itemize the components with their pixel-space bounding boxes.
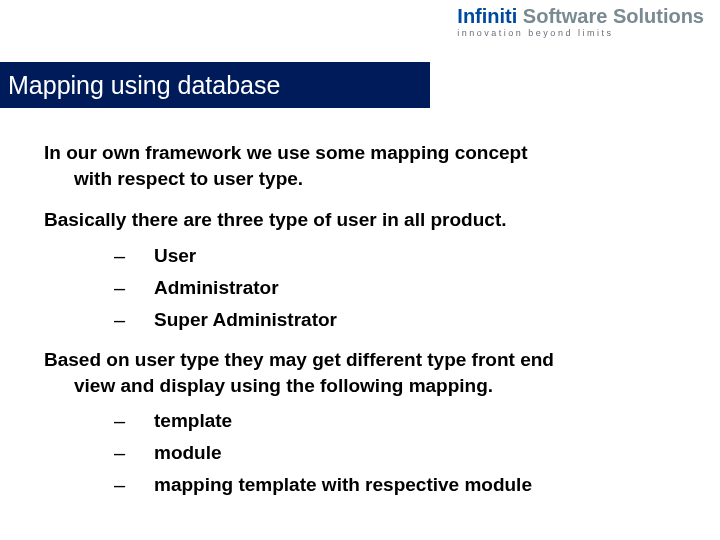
list-item: – module — [44, 440, 680, 466]
list-item-label: mapping template with respective module — [154, 472, 680, 498]
title-bar: Mapping using database — [0, 62, 430, 108]
text-line: with respect to user type. — [44, 166, 680, 192]
dash-icon: – — [114, 472, 154, 498]
list-mapping: – template – module – mapping template w… — [44, 408, 680, 498]
logo-brand-prefix: Infiniti — [457, 5, 517, 27]
dash-icon: – — [114, 408, 154, 434]
company-logo: Infiniti Software Solutions innovation b… — [457, 6, 704, 38]
list-item: – User — [44, 243, 680, 269]
paragraph-user-types: Basically there are three type of user i… — [44, 207, 680, 233]
list-item: – mapping template with respective modul… — [44, 472, 680, 498]
list-item: – template — [44, 408, 680, 434]
slide: Infiniti Software Solutions innovation b… — [0, 0, 720, 540]
dash-icon: – — [114, 275, 154, 301]
list-item-label: Administrator — [154, 275, 680, 301]
logo-brand-suffix: Software Solutions — [517, 5, 704, 27]
logo-tagline: innovation beyond limits — [457, 29, 704, 38]
list-user-types: – User – Administrator – Super Administr… — [44, 243, 680, 333]
dash-icon: – — [114, 243, 154, 269]
text-line: Based on user type they may get differen… — [44, 347, 680, 373]
text-line: view and display using the following map… — [44, 373, 680, 399]
list-item-label: module — [154, 440, 680, 466]
logo-main: Infiniti Software Solutions — [457, 6, 704, 26]
list-item-label: User — [154, 243, 680, 269]
text-line: In our own framework we use some mapping… — [44, 140, 680, 166]
list-item: – Super Administrator — [44, 307, 680, 333]
list-item: – Administrator — [44, 275, 680, 301]
dash-icon: – — [114, 307, 154, 333]
list-item-label: template — [154, 408, 680, 434]
dash-icon: – — [114, 440, 154, 466]
list-item-label: Super Administrator — [154, 307, 680, 333]
page-title: Mapping using database — [0, 71, 280, 100]
paragraph-mapping: Based on user type they may get differen… — [44, 347, 680, 398]
content-area: In our own framework we use some mapping… — [44, 140, 680, 512]
paragraph-intro: In our own framework we use some mapping… — [44, 140, 680, 191]
